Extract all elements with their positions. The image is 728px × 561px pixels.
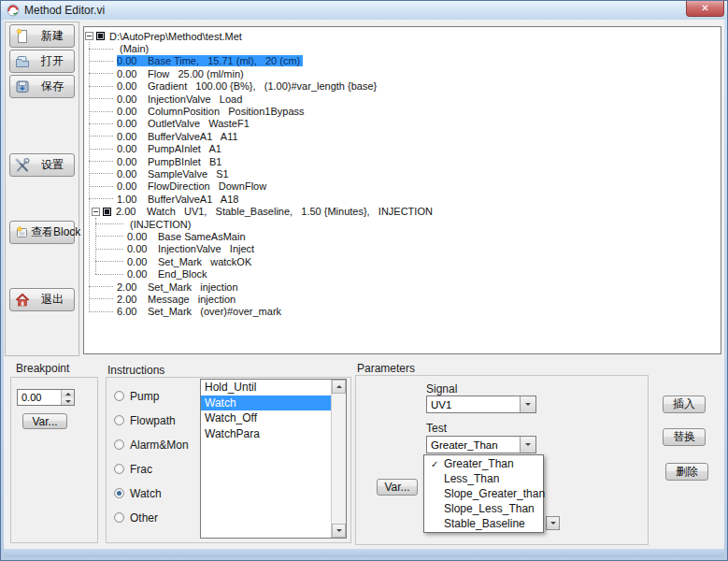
title-bar: Method Editor.vi ✕ <box>1 1 727 20</box>
close-button[interactable]: ✕ <box>686 1 724 17</box>
breakpoint-value: 0.00 <box>18 390 61 405</box>
spinner-down-icon[interactable] <box>62 397 74 405</box>
list-item[interactable]: WatchPara <box>201 426 331 442</box>
tree-row[interactable]: (Main) <box>89 42 721 54</box>
insert-button-label: 插入 <box>673 396 695 412</box>
tree-row[interactable]: 0.00End_Block <box>95 267 721 280</box>
tree-row-text: End_Block <box>158 268 207 280</box>
tree-row-text: Base Time, 15.71 (ml), 20 (cm) <box>148 55 300 66</box>
dropdown-item[interactable]: Less_Than <box>424 471 543 486</box>
new-button-label: 新建 <box>31 28 74 44</box>
new-button[interactable]: 新建 <box>9 24 75 48</box>
radio-circle-icon <box>114 464 124 474</box>
tree-row[interactable]: 2.00Set_Mark injection <box>89 280 721 293</box>
tree-row[interactable]: 2.00Message injection <box>89 293 721 305</box>
open-button[interactable]: 打开 <box>9 50 75 73</box>
instruction-listbox[interactable]: Hold_UntilWatchWatch_OffWatchPara <box>200 379 347 539</box>
settings-icon <box>14 157 31 174</box>
list-item[interactable]: Watch <box>201 396 331 411</box>
chevron-down-icon[interactable] <box>520 396 535 412</box>
test-select[interactable]: Greater_Than <box>426 436 536 453</box>
exit-button[interactable]: 退出 <box>9 288 75 311</box>
tree-connector-icon <box>89 286 113 287</box>
radio-label: Alarm&Mon <box>130 439 189 452</box>
save-icon <box>14 79 31 95</box>
radio-flowpath[interactable]: Flowpath <box>114 414 176 426</box>
tree-row-time: 0.00 <box>127 243 158 254</box>
tree-connector-icon <box>89 86 113 87</box>
tree-row[interactable]: 6.00Set_Mark (over)#over_mark <box>89 306 721 318</box>
settings-button-label: 设置 <box>31 157 74 173</box>
dropdown-item[interactable]: Stable_Baseline <box>424 516 543 531</box>
tree-row[interactable]: 0.00BufferValveA1 A11 <box>89 130 721 142</box>
list-item[interactable]: Watch_Off <box>201 410 331 426</box>
tree-connector-icon <box>89 73 113 74</box>
tree-row-time: 0.00 <box>117 106 148 117</box>
view-block-button[interactable]: 查看Block <box>9 221 75 244</box>
collapse-toggle-icon[interactable] <box>85 32 93 40</box>
radio-label: Watch <box>130 487 162 500</box>
app-icon <box>7 4 20 17</box>
tree-row[interactable]: 0.00SampleValve S1 <box>89 167 721 180</box>
tree-row[interactable]: 0.00InjectionValve Load <box>89 93 721 105</box>
tree-row[interactable]: 0.00Set_Mark watckOK <box>95 255 721 267</box>
delete-button[interactable]: 删除 <box>665 463 708 481</box>
tree-connector-icon <box>89 98 113 99</box>
delete-button-label: 删除 <box>676 464 698 480</box>
tree-row-text: D:\AutoPrep\Method\test.Met <box>109 31 242 42</box>
signal-select[interactable]: UV1 <box>426 396 536 413</box>
tree-row[interactable]: 0.00ColumnPosition Position1Bypass <box>89 105 721 117</box>
settings-button[interactable]: 设置 <box>9 153 75 177</box>
tree-row[interactable]: (INJECTION) <box>95 218 721 230</box>
replace-button[interactable]: 替换 <box>663 428 706 446</box>
dropdown-item[interactable]: Slope_Less_Than <box>424 501 543 516</box>
chevron-down-icon[interactable] <box>520 437 535 453</box>
radio-alarm-mon[interactable]: Alarm&Mon <box>114 439 189 451</box>
tree-row[interactable]: 0.00InjectionValve Inject <box>95 243 721 255</box>
tree-row[interactable]: 0.00PumpBInlet B1 <box>89 155 721 167</box>
radio-circle-icon <box>114 439 124 450</box>
radio-watch[interactable]: Watch <box>114 487 162 499</box>
radio-frac[interactable]: Frac <box>114 463 152 475</box>
method-node-icon <box>96 32 105 40</box>
tree-row[interactable]: 2.00Watch UV1, Stable_Baseline, 1.50 {Mi… <box>92 205 721 217</box>
tree-row[interactable]: 0.00OutletValve WasteF1 <box>89 118 721 130</box>
radio-other[interactable]: Other <box>114 511 158 524</box>
hidden-select-arrow-icon[interactable] <box>546 516 560 530</box>
tree-row[interactable]: 0.00Base SameAsMain <box>95 230 721 242</box>
method-node-icon <box>103 208 111 216</box>
breakpoint-var-button[interactable]: Var... <box>22 413 67 429</box>
tree-row[interactable]: D:\AutoPrep\Method\test.Met <box>85 30 721 42</box>
radio-circle-icon <box>114 488 124 498</box>
tree-row[interactable]: 0.00Flow 25.00 (ml/min) <box>89 67 721 79</box>
tree-row[interactable]: 0.00Base Time, 15.71 (ml), 20 (cm) <box>89 55 721 67</box>
collapse-toggle-icon[interactable] <box>92 208 100 216</box>
parameters-var-button[interactable]: Var... <box>377 479 418 496</box>
save-button[interactable]: 保存 <box>9 75 75 98</box>
spinner-up-icon[interactable] <box>62 390 74 397</box>
listbox-scrollbar[interactable] <box>331 380 346 538</box>
tree-row[interactable]: 1.00BufferValveA1 A18 <box>89 193 721 205</box>
tree-row[interactable]: 0.00PumpAInlet A1 <box>89 143 721 155</box>
tree-connector-icon <box>95 236 123 237</box>
tree-row[interactable]: 0.00Gradient 100.00 {B%}, (1.00)#var_len… <box>89 80 721 93</box>
tree-row-content: 0.00Base Time, 15.71 (ml), 20 (cm) <box>117 55 303 66</box>
scroll-up-icon[interactable] <box>332 380 346 394</box>
radio-label: Other <box>130 511 158 525</box>
breakpoint-spinner[interactable]: 0.00 <box>17 389 75 406</box>
test-value: Greater_Than <box>427 437 520 453</box>
tree-connector-icon <box>89 136 113 137</box>
radio-label: Pump <box>130 390 159 403</box>
radio-pump[interactable]: Pump <box>114 390 159 402</box>
list-item[interactable]: Hold_Until <box>201 380 331 396</box>
scroll-down-icon[interactable] <box>332 524 346 538</box>
dropdown-item[interactable]: Slope_Greater_than <box>424 486 543 501</box>
tree-row-time: 0.00 <box>117 156 148 167</box>
tree-row-time: 6.00 <box>117 306 148 317</box>
dropdown-item[interactable]: ✓Greater_Than <box>424 456 543 471</box>
tree-row[interactable]: 0.00FlowDirection DownFlow <box>89 180 721 193</box>
insert-button[interactable]: 插入 <box>663 396 706 413</box>
method-tree[interactable]: D:\AutoPrep\Method\test.Met(Main)0.00Bas… <box>83 26 721 354</box>
parameters-var-label: Var... <box>384 481 409 494</box>
tree-row-content: 0.00End_Block <box>127 268 207 280</box>
